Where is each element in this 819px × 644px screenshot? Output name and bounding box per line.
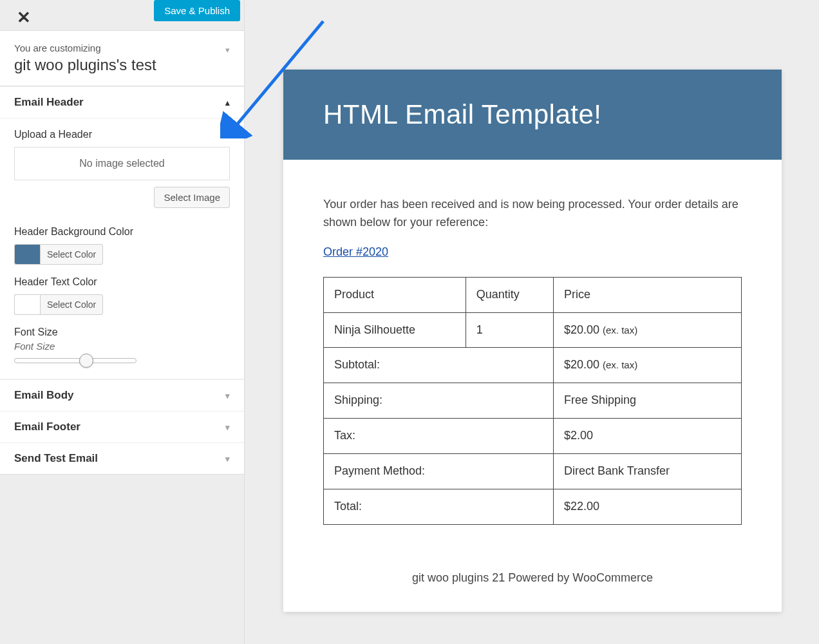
font-size-slider[interactable] [14, 358, 136, 363]
slider-thumb[interactable] [79, 354, 93, 368]
email-preview: HTML Email Template! Your order has been… [283, 70, 782, 612]
col-product: Product [324, 277, 466, 312]
total-value: $22.00 [553, 489, 741, 525]
col-quantity: Quantity [466, 277, 553, 312]
section-email-body[interactable]: Email Body [0, 379, 244, 411]
section-email-footer[interactable]: Email Footer [0, 411, 244, 442]
save-publish-button[interactable]: Save & Publish [154, 0, 240, 21]
context-label: You are customizing [14, 43, 230, 53]
email-header: HTML Email Template! [283, 70, 782, 160]
upload-header-label: Upload a Header [14, 129, 230, 140]
order-link[interactable]: Order #2020 [323, 243, 388, 261]
table-row: Subtotal: $20.00 (ex. tax) [324, 348, 742, 383]
header-text-color-label: Header Text Color [14, 276, 230, 288]
tax-label: Tax: [324, 419, 554, 454]
font-size-label: Font Size [14, 327, 230, 338]
email-intro-text: Your order has been received and is now … [323, 196, 742, 232]
table-row: Product Quantity Price [324, 277, 742, 312]
subtotal-value: $20.00 (ex. tax) [553, 348, 741, 383]
chevron-down-icon [225, 389, 230, 402]
table-row: Shipping: Free Shipping [324, 383, 742, 419]
table-row: Payment Method: Direct Bank Transfer [324, 454, 742, 489]
chevron-down-icon [225, 452, 230, 465]
section-title: Email Header [14, 96, 84, 109]
font-size-hint: Font Size [14, 341, 230, 352]
section-email-header-body: Upload a Header No image selected Select… [0, 118, 244, 379]
tax-value: $2.00 [553, 419, 741, 454]
header-bg-label: Header Background Color [14, 226, 230, 238]
section-title: Send Test Email [14, 452, 98, 465]
subtotal-label: Subtotal: [324, 348, 554, 383]
section-title: Email Footer [14, 421, 80, 433]
payment-label: Payment Method: [324, 454, 554, 489]
section-title: Email Body [14, 389, 74, 402]
total-label: Total: [324, 489, 554, 525]
section-email-header[interactable]: Email Header [0, 86, 244, 118]
header-bg-color-row: Select Color [14, 244, 230, 265]
context-title: git woo plugins's test [14, 56, 230, 74]
shipping-label: Shipping: [324, 383, 554, 419]
chevron-up-icon [225, 96, 230, 109]
image-picker[interactable]: No image selected [14, 147, 230, 180]
header-bg-swatch[interactable] [14, 244, 40, 265]
select-image-button[interactable]: Select Image [154, 187, 230, 208]
chevron-down-icon[interactable]: ▾ [225, 45, 230, 55]
email-body: Your order has been received and is now … [283, 160, 782, 551]
close-icon[interactable]: ✕ [8, 4, 40, 31]
table-row: Tax: $2.00 [324, 419, 742, 454]
cell-price: $20.00 (ex. tax) [553, 312, 741, 348]
cell-product: Ninja Silhouette [324, 312, 466, 348]
email-footer-text: git woo plugins 21 Powered by WooCommerc… [283, 551, 782, 612]
cell-quantity: 1 [466, 312, 553, 348]
customizer-sidebar: ✕ Save & Publish You are customizing git… [0, 0, 245, 644]
section-send-test[interactable]: Send Test Email [0, 442, 244, 475]
select-text-color-button[interactable]: Select Color [40, 294, 103, 315]
header-text-swatch[interactable] [14, 294, 40, 315]
table-row: Ninja Silhouette 1 $20.00 (ex. tax) [324, 312, 742, 348]
order-table: Product Quantity Price Ninja Silhouette … [323, 277, 742, 525]
col-price: Price [553, 277, 741, 312]
payment-value: Direct Bank Transfer [553, 454, 741, 489]
context-block: You are customizing git woo plugins's te… [0, 31, 244, 86]
email-header-title: HTML Email Template! [323, 99, 742, 130]
chevron-down-icon [225, 421, 230, 433]
select-bg-color-button[interactable]: Select Color [40, 244, 103, 265]
customizer-topbar: ✕ Save & Publish [0, 0, 244, 31]
header-text-color-row: Select Color [14, 294, 230, 315]
table-row: Total: $22.00 [324, 489, 742, 525]
shipping-value: Free Shipping [553, 383, 741, 419]
